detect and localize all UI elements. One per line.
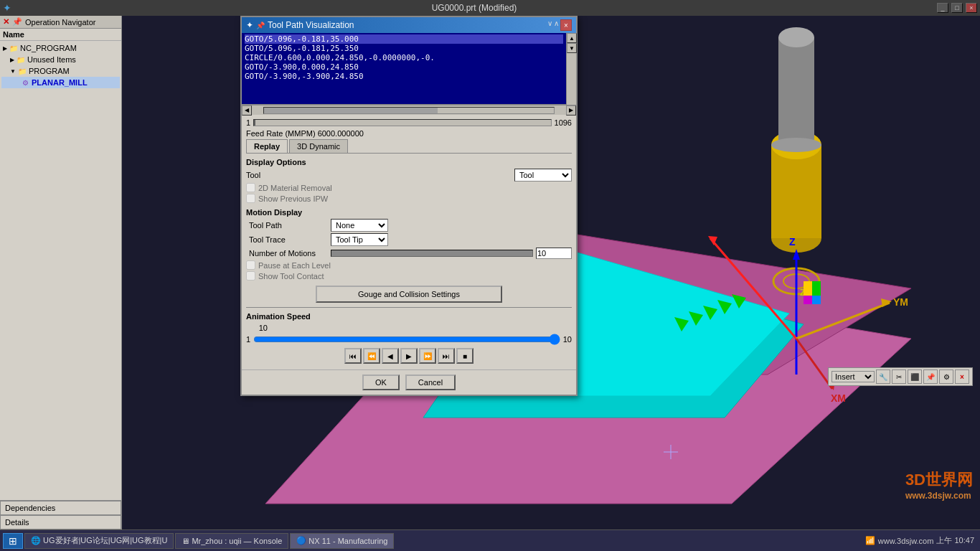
left-panel: ✕ 📌 Operation Navigator Name ▶ 📁 NC_PROG… [0, 16, 122, 529]
checkbox-2d-material[interactable] [246, 183, 255, 192]
counter-right: 1096 [555, 118, 572, 127]
window-chrome: ✦ UG0000.prt (Modified) _ □ × [0, 0, 980, 16]
scroll-down-button[interactable]: ▼ [567, 43, 577, 53]
stop-button[interactable]: ■ [456, 348, 473, 364]
titlebar-controls: ∨ ∧ × [547, 19, 572, 31]
nx-icon: 🔵 [296, 536, 306, 545]
code-line-0[interactable]: GOTO/5.096,-0.181,35.000 [245, 34, 563, 44]
close-button[interactable]: × [966, 3, 977, 13]
tree-item-planar-mill[interactable]: ⚙ PLANAR_MILL [1, 77, 120, 88]
tab-3d-dynamic[interactable]: 3D Dynamic [289, 139, 348, 153]
cancel-button[interactable]: Cancel [405, 375, 456, 390]
tool-path-label: Tool Path [249, 221, 328, 230]
code-line-3[interactable]: GOTO/-3.900,0.000,24.850 [245, 62, 563, 72]
dialog-close-button[interactable]: × [560, 19, 572, 31]
start-button[interactable]: ⊞ [3, 533, 23, 549]
hscroll-track[interactable] [263, 107, 555, 114]
counter-row: 1 1096 [246, 118, 572, 128]
viewport: Z YM XM ZM [122, 16, 980, 529]
step-back-large-button[interactable]: ⏪ [363, 348, 380, 364]
code-display: GOTO/5.096,-0.181,35.000 GOTO/5.096,-0.1… [242, 33, 566, 105]
checkbox-pause-label: Pause at Each Level [258, 261, 331, 270]
tree-item-program[interactable]: ▼ 📁 PROGRAM [1, 65, 120, 77]
play-forward-button[interactable]: ▶ [400, 348, 418, 364]
ug-forum-icon: 🌐 [31, 536, 41, 545]
tree-item-unused[interactable]: ▶ 📁 Unused Items [1, 54, 120, 65]
dependencies-button[interactable]: Dependencies [0, 501, 121, 515]
anim-speed-slider[interactable] [253, 334, 560, 345]
operation-icon: ⚙ [20, 77, 30, 88]
code-line-4[interactable]: GOTO/-3.900,-3.900,24.850 [245, 72, 563, 81]
maximize-button[interactable]: □ [951, 3, 963, 13]
num-motions-row: Number of Motions [246, 247, 572, 260]
checkbox-tool-contact[interactable] [246, 271, 255, 281]
num-motions-slider[interactable] [331, 250, 533, 257]
tool-trace-select[interactable]: Tool Tip Holder None [331, 233, 388, 246]
svg-text:XM: XM [831, 392, 846, 404]
ug-forum-label: UG爱好者|UG论坛|UG网|UG教程|U [43, 535, 167, 546]
tool-trace-row: Tool Trace Tool Tip Holder None [246, 232, 572, 247]
folder-icon: 📁 [17, 66, 27, 76]
forward-to-end-button[interactable]: ⏭ [438, 348, 455, 364]
panel-close-icon[interactable]: ✕ [3, 17, 9, 27]
svg-rect-33 [812, 296, 821, 304]
hscroll-thumb [264, 108, 438, 113]
anim-speed-row: 10 [246, 322, 572, 334]
insert-btn-4[interactable]: 📌 [923, 369, 938, 384]
panel-pin-icon[interactable]: 📌 [12, 17, 22, 27]
hscroll-left-button[interactable]: ◀ [242, 105, 252, 116]
anim-min: 1 [246, 335, 250, 344]
code-line-1[interactable]: GOTO/5.096,-0.181,25.350 [245, 44, 563, 53]
tool-path-row: Tool Path None 2D 3D [246, 218, 572, 232]
gouge-collision-button[interactable]: Gouge and Collision Settings [316, 286, 502, 303]
dialog-title: Tool Path Visualization [268, 20, 354, 30]
hscroll-right-button[interactable]: ▶ [566, 105, 576, 116]
step-back-button[interactable]: ◀ [382, 348, 399, 364]
konsole-icon: 🖥 [182, 537, 189, 545]
svg-text:Z: Z [789, 236, 796, 248]
tool-path-visualization-dialog: ✦ 📌 Tool Path Visualization ∨ ∧ × GOTO/5 [240, 16, 578, 396]
tree-label: PROGRAM [29, 67, 70, 75]
checkbox-contact-row: Show Tool Contact [246, 270, 572, 281]
minimize-button[interactable]: _ [937, 3, 948, 13]
left-panel-bottom: Dependencies Details [0, 500, 121, 529]
watermark: 3D世界网 www.3dsjw.com [905, 469, 973, 501]
anim-speed-value: 10 [246, 324, 268, 332]
taskbar: ⊞ 🌐 UG爱好者|UG论坛|UG网|UG教程|U 🖥 Mr_zhou : uq… [0, 529, 980, 551]
checkbox-pause[interactable] [246, 260, 255, 270]
rewind-to-start-button[interactable]: ⏮ [344, 348, 362, 364]
taskbar-item-konsole[interactable]: 🖥 Mr_zhou : uqii — Konsole [175, 533, 288, 549]
taskbar-item-ug-forum[interactable]: 🌐 UG爱好者|UG论坛|UG网|UG教程|U [24, 533, 174, 549]
insert-btn-3[interactable]: ⬛ [908, 369, 922, 384]
checkbox-show-previous[interactable] [246, 194, 255, 203]
panel-header-label: Operation Navigator [25, 18, 95, 27]
counter-slider[interactable] [253, 119, 551, 126]
insert-btn-2[interactable]: ✂ [892, 369, 906, 384]
taskbar-item-nx[interactable]: 🔵 NX 11 - Manufacturing [290, 533, 394, 549]
insert-btn-1[interactable]: 🔧 [876, 369, 890, 384]
network-icon: 📶 [865, 536, 875, 545]
titlebar-left: ✦ 📌 Tool Path Visualization [246, 20, 354, 30]
ok-button[interactable]: OK [362, 375, 400, 390]
details-button[interactable]: Details [0, 515, 121, 529]
tool-select[interactable]: Tool Holder None [514, 169, 572, 182]
tree-item-nc-program[interactable]: ▶ 📁 NC_PROGRAM [1, 42, 120, 54]
tray-time: 上午 10:47 [936, 535, 974, 546]
tool-path-select[interactable]: None 2D 3D [331, 219, 388, 232]
insert-btn-5[interactable]: ⚙ [939, 369, 953, 384]
insert-close-button[interactable]: × [955, 369, 969, 384]
scroll-up-button[interactable]: ▲ [567, 33, 577, 43]
checkbox-pause-row: Pause at Each Level [246, 260, 572, 270]
tab-replay[interactable]: Replay [246, 139, 288, 153]
feed-rate-display: Feed Rate (MMPM) 6000.000000 [246, 128, 572, 139]
num-motions-input[interactable] [536, 248, 572, 259]
window-icon: ✦ [3, 2, 11, 14]
code-line-2[interactable]: CIRCLE/0.600,0.000,24.850,-0.0000000,-0. [245, 53, 563, 62]
code-scrollbar[interactable]: ▲ ▼ [566, 33, 576, 105]
step-forward-large-button[interactable]: ⏩ [419, 348, 436, 364]
dialog-body: 1 1096 Feed Rate (MMPM) 6000.000000 Repl… [242, 115, 576, 369]
expand-icon: ▼ [10, 68, 16, 75]
insert-select[interactable]: Insert [831, 371, 875, 382]
expand-icon: ▶ [3, 45, 7, 52]
tree-label: NC_PROGRAM [20, 44, 77, 52]
